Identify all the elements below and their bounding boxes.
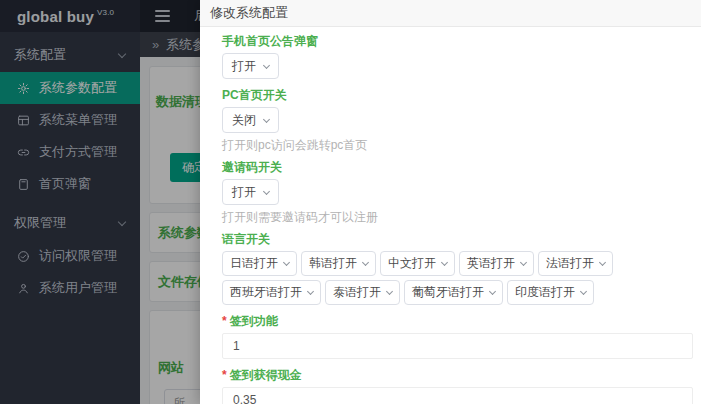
lang-hindi-select[interactable]: 印度语打开 bbox=[507, 280, 594, 305]
chevron-down-icon bbox=[520, 259, 527, 266]
checkin-input[interactable] bbox=[222, 333, 693, 359]
chevron-down-icon bbox=[599, 259, 606, 266]
field-label: *签到功能 bbox=[222, 315, 693, 328]
select-value: 西班牙语打开 bbox=[230, 284, 302, 301]
chevron-down-icon bbox=[441, 259, 448, 266]
lang-spanish-select[interactable]: 西班牙语打开 bbox=[222, 280, 321, 305]
field-checkin: *签到功能 bbox=[222, 315, 693, 359]
select-value: 韩语打开 bbox=[309, 255, 357, 272]
lang-thai-select[interactable]: 泰语打开 bbox=[325, 280, 400, 305]
drawer-title: 修改系统配置 bbox=[200, 0, 701, 27]
field-hint: 打开则需要邀请码才可以注册 bbox=[222, 211, 693, 223]
chevron-down-icon bbox=[362, 259, 369, 266]
app-window: global buy V3.0 系统配置 系统参数配置 系统菜单管理 支付方式管… bbox=[0, 0, 701, 404]
field-checkin-cash: *签到获得现金 bbox=[222, 369, 693, 404]
chevron-down-icon bbox=[263, 187, 270, 194]
lang-portuguese-select[interactable]: 葡萄牙语打开 bbox=[404, 280, 503, 305]
checkin-cash-input[interactable] bbox=[222, 387, 693, 404]
field-label: 邀请码开关 bbox=[222, 161, 693, 174]
field-mobile-popup: 手机首页公告弹窗 打开 bbox=[222, 35, 693, 79]
mobile-popup-select[interactable]: 打开 bbox=[222, 53, 279, 79]
drawer-body: 手机首页公告弹窗 打开 PC首页开关 关闭 打开则pc访问会跳转pc首页 邀请码… bbox=[200, 27, 701, 404]
chevron-down-icon bbox=[263, 61, 270, 68]
invite-switch-select[interactable]: 打开 bbox=[222, 179, 279, 205]
lang-english-select[interactable]: 英语打开 bbox=[459, 251, 534, 276]
select-value: 英语打开 bbox=[467, 255, 515, 272]
chevron-down-icon bbox=[263, 115, 270, 122]
field-label: *签到获得现金 bbox=[222, 369, 693, 382]
lang-korean-select[interactable]: 韩语打开 bbox=[301, 251, 376, 276]
select-value: 打开 bbox=[232, 184, 256, 201]
select-value: 日语打开 bbox=[230, 255, 278, 272]
required-asterisk: * bbox=[222, 368, 227, 382]
chevron-down-icon bbox=[489, 288, 496, 295]
field-label: 语言开关 bbox=[222, 233, 693, 246]
lang-chinese-select[interactable]: 中文打开 bbox=[380, 251, 455, 276]
field-label: 手机首页公告弹窗 bbox=[222, 35, 693, 48]
field-invite-switch: 邀请码开关 打开 打开则需要邀请码才可以注册 bbox=[222, 161, 693, 223]
language-select-group: 日语打开 韩语打开 中文打开 英语打开 法语打开 西班牙语打 bbox=[222, 251, 693, 305]
field-label: PC首页开关 bbox=[222, 89, 693, 102]
select-value: 中文打开 bbox=[388, 255, 436, 272]
select-value: 泰语打开 bbox=[333, 284, 381, 301]
field-language-switch: 语言开关 日语打开 韩语打开 中文打开 英语打开 法语打开 bbox=[222, 233, 693, 305]
chevron-down-icon bbox=[580, 288, 587, 295]
pc-switch-select[interactable]: 关闭 bbox=[222, 107, 279, 133]
select-value: 法语打开 bbox=[546, 255, 594, 272]
field-hint: 打开则pc访问会跳转pc首页 bbox=[222, 139, 693, 151]
required-asterisk: * bbox=[222, 314, 227, 328]
field-pc-switch: PC首页开关 关闭 打开则pc访问会跳转pc首页 bbox=[222, 89, 693, 151]
chevron-down-icon bbox=[283, 259, 290, 266]
select-value: 葡萄牙语打开 bbox=[412, 284, 484, 301]
chevron-down-icon bbox=[386, 288, 393, 295]
lang-french-select[interactable]: 法语打开 bbox=[538, 251, 613, 276]
drawer-edit-system-config: 修改系统配置 手机首页公告弹窗 打开 PC首页开关 关闭 打开则pc访问会跳转p… bbox=[200, 0, 701, 404]
chevron-down-icon bbox=[307, 288, 314, 295]
select-value: 打开 bbox=[232, 58, 256, 75]
lang-japanese-select[interactable]: 日语打开 bbox=[222, 251, 297, 276]
select-value: 印度语打开 bbox=[515, 284, 575, 301]
select-value: 关闭 bbox=[232, 112, 256, 129]
